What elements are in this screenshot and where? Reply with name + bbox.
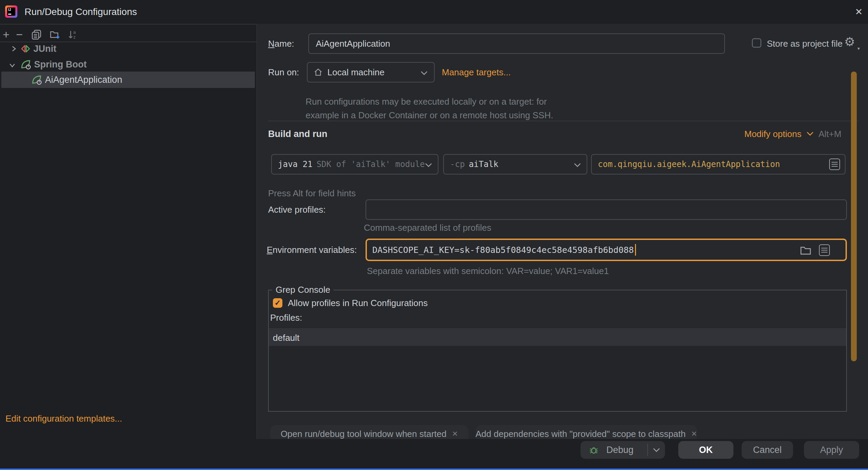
classpath-prefix: -cp bbox=[450, 160, 465, 169]
classpath-dropdown[interactable]: -cp aiTalk bbox=[443, 154, 587, 175]
debug-bug-icon bbox=[589, 445, 599, 455]
chip-close-icon[interactable]: ✕ bbox=[691, 430, 697, 438]
section-separator bbox=[268, 121, 858, 121]
tree-item-spring-boot[interactable]: Spring Boot bbox=[0, 57, 257, 72]
junit-icon bbox=[20, 44, 31, 54]
chip-label: Add dependencies with "provided" scope t… bbox=[476, 429, 686, 439]
minus-icon: − bbox=[16, 28, 23, 41]
run-on-label: Run on: bbox=[268, 62, 299, 82]
tree-item-junit[interactable]: JUnit bbox=[0, 41, 257, 57]
manage-targets-link[interactable]: Manage targets... bbox=[442, 62, 511, 82]
gear-icon: ⚙ bbox=[844, 35, 855, 49]
build-and-run-title: Build and run bbox=[268, 125, 327, 143]
title-bar: IJ Run/Debug Configurations ✕ bbox=[0, 0, 868, 25]
browse-folder-icon[interactable] bbox=[800, 245, 811, 256]
debug-button-label: Debug bbox=[606, 445, 634, 455]
spring-boot-icon bbox=[31, 74, 42, 85]
vertical-scrollbar-thumb[interactable] bbox=[851, 72, 857, 361]
ok-button[interactable]: OK bbox=[678, 441, 733, 459]
panel-separator bbox=[257, 24, 257, 439]
allow-profiles-checkbox[interactable]: ✓ bbox=[273, 298, 282, 308]
chevron-down-icon[interactable] bbox=[653, 448, 660, 453]
plus-icon: + bbox=[3, 28, 10, 41]
apply-button[interactable]: Apply bbox=[804, 441, 859, 459]
sort-configurations-button[interactable]: az bbox=[67, 29, 78, 40]
main-class-input[interactable]: com.qingqiu.aigeek.AiAgentApplication bbox=[591, 154, 846, 175]
store-settings-gear-button[interactable]: ⚙▾ bbox=[844, 35, 859, 52]
chevron-down-icon bbox=[574, 163, 581, 168]
add-configuration-button[interactable]: + bbox=[1, 29, 11, 40]
jdk-hint: SDK of 'aiTalk' module bbox=[316, 160, 425, 169]
check-icon: ✓ bbox=[275, 299, 281, 307]
environment-variables-hint: Separate variables with semicolon: VAR=v… bbox=[367, 264, 609, 278]
tree-item-label: Spring Boot bbox=[34, 59, 87, 70]
allow-profiles-label: Allow profiles in Run Configurations bbox=[288, 293, 428, 313]
gear-dropdown-icon: ▾ bbox=[857, 46, 860, 51]
active-profiles-label: Active profiles: bbox=[268, 199, 326, 220]
environment-variables-input[interactable]: DASHSCOPE_AI_KEY=sk-f80ab5f0849c4ec58e45… bbox=[366, 239, 847, 261]
dialog-button-bar bbox=[0, 439, 868, 470]
svg-text:z: z bbox=[73, 34, 76, 40]
remove-configuration-button[interactable]: − bbox=[14, 29, 25, 40]
modify-options-shortcut: Alt+M bbox=[819, 129, 841, 139]
copy-icon bbox=[31, 29, 42, 40]
environment-variables-value: DASHSCOPE_AI_KEY=sk-f80ab5f0849c4ec58e45… bbox=[372, 245, 634, 255]
jdk-value: java 21 bbox=[278, 160, 312, 169]
environment-variables-label: Environment variables: bbox=[267, 240, 357, 260]
intellij-logo-icon: IJ bbox=[5, 5, 17, 18]
split-button-divider bbox=[647, 444, 648, 456]
tree-item-label: JUnit bbox=[33, 44, 57, 54]
active-profiles-hint: Comma-separated list of profiles bbox=[364, 221, 491, 234]
tree-item-label: AiAgentApplication bbox=[45, 75, 122, 85]
run-debug-configurations-dialog: IJ Run/Debug Configurations ✕ + − az JUn… bbox=[0, 0, 868, 470]
jdk-dropdown[interactable]: java 21 SDK of 'aiTalk' module bbox=[271, 154, 438, 175]
new-folder-button[interactable] bbox=[50, 29, 60, 40]
new-folder-icon bbox=[50, 29, 60, 40]
run-on-hint-line2: example in a Docker Container or on a re… bbox=[306, 108, 553, 122]
debug-split-button[interactable]: Debug bbox=[580, 441, 665, 459]
store-as-project-file-label: Store as project file bbox=[767, 33, 843, 54]
profiles-label: Profiles: bbox=[270, 311, 302, 324]
name-input[interactable]: AiAgentApplication bbox=[308, 33, 725, 54]
expand-field-icon[interactable] bbox=[829, 158, 840, 170]
text-cursor bbox=[635, 244, 636, 256]
chevron-down-icon bbox=[425, 163, 432, 168]
chip-label: Open run/debug tool window when started bbox=[281, 429, 447, 439]
active-profiles-input[interactable] bbox=[366, 199, 847, 220]
run-on-hint-line1: Run configurations may be executed local… bbox=[306, 95, 547, 108]
svg-text:a: a bbox=[73, 30, 76, 35]
chevron-right-icon bbox=[10, 45, 17, 52]
tree-item-aiagentapplication-selected[interactable]: AiAgentApplication bbox=[1, 72, 255, 88]
chevron-down-icon bbox=[420, 71, 428, 76]
cancel-button[interactable]: Cancel bbox=[742, 441, 793, 459]
profile-name: default bbox=[273, 333, 299, 343]
modify-options-label: Modify options bbox=[744, 129, 802, 139]
name-label: Name: bbox=[268, 33, 294, 54]
name-value: AiAgentApplication bbox=[316, 34, 724, 53]
sort-alphabetically-icon: az bbox=[67, 29, 78, 40]
expand-field-icon[interactable] bbox=[819, 244, 830, 256]
window-title: Run/Debug Configurations bbox=[25, 0, 137, 24]
main-class-value: com.qingqiu.aigeek.AiAgentApplication bbox=[598, 160, 780, 169]
spring-boot-icon bbox=[20, 59, 31, 70]
run-on-value: Local machine bbox=[327, 67, 385, 78]
home-icon bbox=[314, 68, 323, 77]
copy-configuration-button[interactable] bbox=[31, 29, 42, 40]
store-as-project-file-checkbox[interactable] bbox=[752, 38, 761, 48]
window-focus-edge bbox=[0, 469, 868, 470]
profiles-list: default bbox=[269, 329, 846, 411]
close-icon[interactable]: ✕ bbox=[852, 5, 865, 18]
chevron-down-icon bbox=[9, 62, 16, 69]
profiles-list-item-default[interactable]: default bbox=[269, 330, 846, 346]
chevron-down-icon bbox=[806, 132, 814, 136]
alt-field-hints-text: Press Alt for field hints bbox=[268, 186, 356, 200]
classpath-value: aiTalk bbox=[469, 160, 498, 169]
run-on-dropdown[interactable]: Local machine bbox=[307, 62, 435, 82]
chip-close-icon[interactable]: ✕ bbox=[452, 430, 458, 438]
modify-options-button[interactable]: Modify options Alt+M bbox=[744, 125, 841, 143]
edit-configuration-templates-link[interactable]: Edit configuration templates... bbox=[5, 411, 122, 426]
